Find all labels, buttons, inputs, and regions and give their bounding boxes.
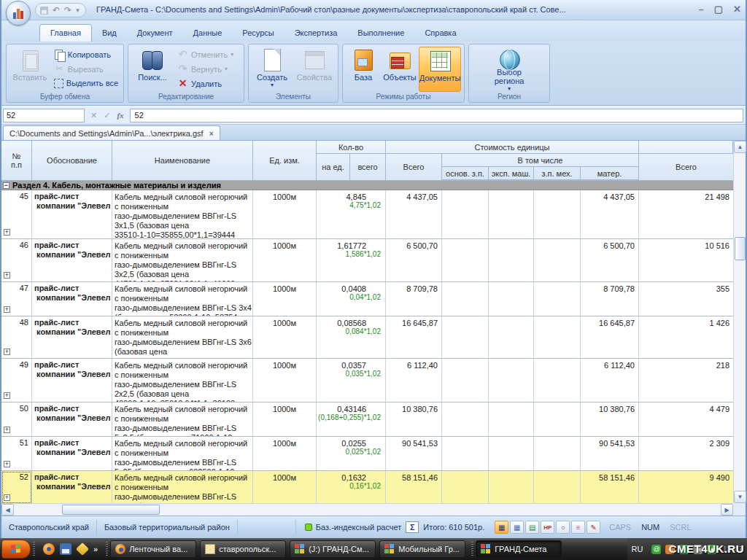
save-quicklaunch-icon[interactable] <box>60 543 71 555</box>
expand-icon[interactable]: + <box>4 461 10 467</box>
view-resources-icon[interactable]: ▦ <box>510 521 524 534</box>
scissors-icon: ✂ <box>54 63 65 74</box>
quicklaunch-more-icon[interactable]: » <box>93 545 98 553</box>
restore-button[interactable]: ▢ <box>714 4 723 15</box>
view-coefficients-icon[interactable]: ≡ <box>571 521 585 534</box>
documents-mode-button[interactable]: Документы <box>419 47 461 92</box>
row-materials: 16 645,87 <box>581 316 639 358</box>
select-all-button[interactable]: Выделить все <box>52 77 120 89</box>
office-menu-button[interactable] <box>6 1 31 26</box>
scroll-left-icon[interactable]: ◀ <box>1 504 14 516</box>
cell-reference-box[interactable]: 52 <box>3 109 85 122</box>
save-icon[interactable] <box>40 7 48 15</box>
tab-dokument[interactable]: Документ <box>127 25 183 42</box>
estimate-grid: № п.п Обоснование Наименование Ед. изм. … <box>1 141 733 503</box>
fx-icon[interactable]: fx <box>117 111 123 120</box>
cancel-entry-icon[interactable]: ✕ <box>90 111 97 120</box>
row-total: 355 <box>639 282 733 316</box>
view-hp-icon[interactable]: HP <box>541 521 554 534</box>
row-total: 21 498 <box>639 190 733 238</box>
tab-vypolnenie[interactable]: Выполнение <box>347 25 414 42</box>
table-row[interactable]: 45+ прайс-лист компании "Элевел Кабель м… <box>1 190 733 239</box>
undo-icon[interactable]: ↶ <box>53 6 60 15</box>
close-button[interactable]: ✕ <box>733 4 741 15</box>
view-totals-icon[interactable]: ▤ <box>525 521 539 534</box>
task-button-lentochny[interactable]: Ленточный ва... <box>110 540 196 558</box>
task-button-stavropolsk[interactable]: ставропольск... <box>200 540 286 558</box>
tab-dannye[interactable]: Данные <box>183 25 233 42</box>
formula-input[interactable]: 52 <box>130 109 743 122</box>
properties-button[interactable]: Свойства <box>294 47 335 92</box>
horizontal-scrollbar[interactable]: ◀ ▶ <box>1 503 733 516</box>
expand-icon[interactable]: + <box>4 229 10 236</box>
objects-mode-button[interactable]: Объекты <box>382 47 417 92</box>
start-button[interactable] <box>1 540 31 559</box>
task-button-grand-smeta[interactable]: ГРАНД-Смета <box>476 540 562 558</box>
firefox-quicklaunch-icon[interactable] <box>43 543 55 555</box>
view-estimate-icon[interactable]: ▦ <box>495 521 508 534</box>
table-row[interactable]: 46+ прайс-лист компании "Элевел Кабель м… <box>1 239 733 282</box>
minimize-button[interactable]: – <box>699 4 704 15</box>
copy-button[interactable]: Копировать <box>52 48 120 61</box>
watermark-text: CMET4UK.RU <box>669 542 744 555</box>
vertical-scroll-thumb[interactable] <box>735 237 746 260</box>
header-unit-cost: Стоимость единицы <box>386 141 639 154</box>
table-row[interactable]: 48+ прайс-лист компании "Элевел Кабель м… <box>1 316 733 359</box>
scroll-up-icon[interactable]: ▲ <box>734 141 746 153</box>
view-report-icon[interactable]: ✎ <box>587 521 600 534</box>
table-row-selected[interactable]: 52+ прайс-лист компании "Элевел Кабель м… <box>1 471 733 503</box>
scroll-down-icon[interactable]: ▼ <box>734 491 746 503</box>
row-total: 1 426 <box>639 316 733 358</box>
language-indicator[interactable]: RU <box>627 545 648 553</box>
document-tab[interactable]: C:\Documents and Settings\Admin\Ра...\эл… <box>3 125 220 140</box>
expand-icon[interactable]: + <box>4 272 10 279</box>
expand-icon[interactable]: + <box>4 427 10 433</box>
table-row[interactable]: 47+ прайс-лист компании "Элевел Кабель м… <box>1 282 733 316</box>
section-row[interactable]: − Раздел 4. Кабель, монтажные материалы … <box>1 181 733 190</box>
tab-glavnaya[interactable]: Главная <box>39 24 92 42</box>
row-total: 10 516 <box>639 239 733 281</box>
delete-button[interactable]: ✕ Удалить <box>175 77 236 90</box>
confirm-entry-icon[interactable]: ✓ <box>104 111 110 120</box>
tray-download-icon[interactable]: @ <box>651 545 661 554</box>
row-justification: прайс-лист компании "Элевел <box>32 282 112 316</box>
redo-button[interactable]: ↷ Вернуть▾ <box>175 63 236 75</box>
select-region-button[interactable]: Выбор региона ▾ <box>481 47 537 92</box>
row-unit-cost-total: 58 151,46 <box>386 471 442 503</box>
vertical-scrollbar[interactable]: ▲ ▼ <box>733 141 746 503</box>
tab-ekspertiza[interactable]: Экспертиза <box>285 25 348 42</box>
customize-qat-icon[interactable]: ▾ <box>76 7 80 14</box>
yellow-quicklaunch-icon[interactable] <box>76 542 89 556</box>
properties-icon <box>303 48 326 71</box>
paste-button[interactable]: Вставить <box>9 47 50 92</box>
cut-button[interactable]: ✂ Вырезать <box>52 63 120 75</box>
table-row[interactable]: 51+ прайс-лист компании "Элевел Кабель м… <box>1 437 733 471</box>
create-button[interactable]: Создать ▾ <box>252 47 293 92</box>
search-button[interactable]: Поиск... <box>131 47 174 92</box>
tab-spravka[interactable]: Справка <box>414 25 466 42</box>
sigma-icon[interactable]: Σ <box>406 521 419 533</box>
scroll-right-icon[interactable]: ▶ <box>721 504 733 516</box>
expand-icon[interactable]: + <box>4 392 10 399</box>
redo-icon[interactable]: ↷ <box>64 6 71 15</box>
expand-icon[interactable]: + <box>4 306 10 313</box>
table-row[interactable]: 50+ прайс-лист компании "Элевел Кабель м… <box>1 402 733 437</box>
expand-icon[interactable]: + <box>4 494 10 501</box>
task-button-grand-j[interactable]: (J:) ГРАНД-См... <box>290 540 376 558</box>
row-number: 45 <box>20 192 28 201</box>
undo-button[interactable]: ↶ Отменить▾ <box>175 48 236 61</box>
table-row[interactable]: 49+ прайс-лист компании "Элевел Кабель м… <box>1 359 733 402</box>
header-qty: Кол-во <box>317 141 386 154</box>
expand-icon[interactable]: + <box>4 349 10 355</box>
tab-close-icon[interactable]: × <box>209 129 214 138</box>
status-region: Ставропольский край <box>1 520 97 534</box>
collapse-icon[interactable]: − <box>3 182 9 189</box>
horizontal-scroll-thumb[interactable] <box>62 505 160 515</box>
task-button-mobilny[interactable]: Мобильный Гр... <box>379 540 465 558</box>
binoculars-icon <box>141 48 164 71</box>
tab-resursy[interactable]: Ресурсы <box>232 25 284 42</box>
base-mode-button[interactable]: База <box>346 47 381 92</box>
tab-vid[interactable]: Вид <box>92 25 127 42</box>
group-caption-region: Регион <box>469 92 549 102</box>
view-preview-icon[interactable]: ○ <box>556 521 570 534</box>
